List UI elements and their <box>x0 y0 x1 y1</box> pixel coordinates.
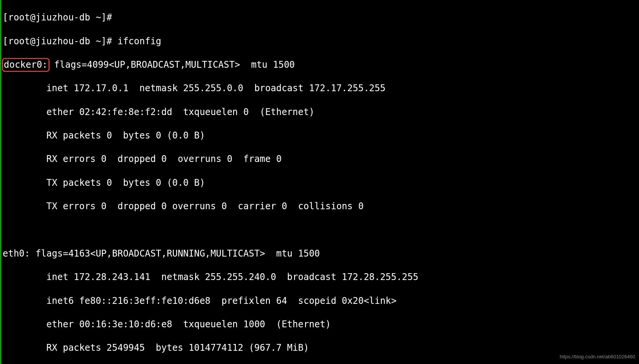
docker0-rx-packets: RX packets 0 bytes 0 (0.0 B) <box>3 130 639 142</box>
docker0-flags: flags=4099<UP,BROADCAST,MULTICAST> mtu 1… <box>49 59 295 70</box>
docker0-highlight: docker0: <box>2 58 50 72</box>
eth0-rx-packets: RX packets 2549945 bytes 1014774112 (967… <box>3 342 639 354</box>
watermark: https://blog.csdn.net/ab601026460 <box>560 354 636 360</box>
docker0-rx-errors: RX errors 0 dropped 0 overruns 0 frame 0 <box>3 153 639 165</box>
prompt-line-command: [root@jiuzhou-db ~]# ifconfig <box>3 36 639 47</box>
prompt-line-prev: [root@jiuzhou-db ~]# <box>3 12 639 23</box>
docker0-ether: ether 02:42:fe:8e:f2:dd txqueuelen 0 (Et… <box>3 106 639 118</box>
eth0-ether: ether 00:16:3e:10:d6:e8 txqueuelen 1000 … <box>3 319 639 330</box>
terminal-output[interactable]: [root@jiuzhou-db ~]# [root@jiuzhou-db ~]… <box>0 0 639 364</box>
blank-1 <box>3 224 639 236</box>
docker0-inet: inet 172.17.0.1 netmask 255.255.0.0 broa… <box>3 82 639 94</box>
docker0-tx-packets: TX packets 0 bytes 0 (0.0 B) <box>3 177 639 189</box>
eth0-inet6: inet6 fe80::216:3eff:fe10:d6e8 prefixlen… <box>3 295 639 307</box>
eth0-header: eth0: flags=4163<UP,BROADCAST,RUNNING,MU… <box>3 248 639 260</box>
docker0-header-line: docker0: flags=4099<UP,BROADCAST,MULTICA… <box>3 59 639 71</box>
eth0-inet: inet 172.28.243.141 netmask 255.255.240.… <box>3 271 639 283</box>
docker0-tx-errors: TX errors 0 dropped 0 overruns 0 carrier… <box>3 201 639 212</box>
